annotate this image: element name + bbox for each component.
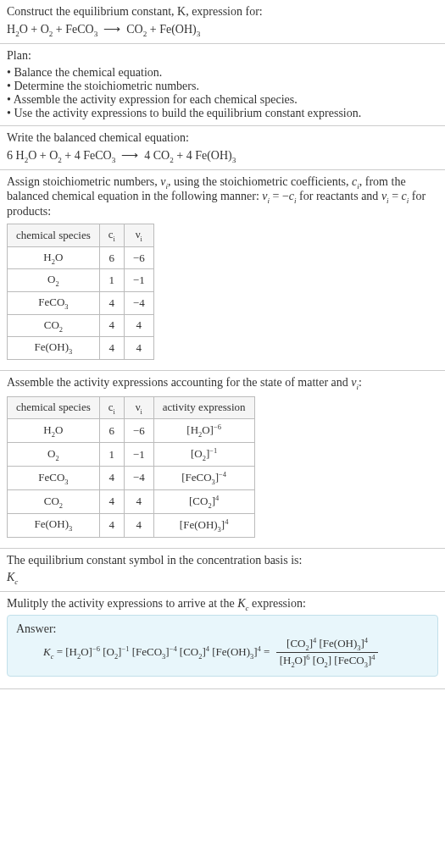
- activity-table: chemical species ci νi activity expressi…: [7, 396, 255, 538]
- col-species: chemical species: [8, 396, 100, 419]
- answer-lhs: Kc = [H2O]−6 [O2]−1 [FeCO3]−4 [CO2]4 [Fe…: [43, 645, 270, 658]
- activity-section: Assemble the activity expressions accoun…: [0, 371, 445, 549]
- prompt-text: Construct the equilibrium constant, K, e…: [7, 5, 438, 19]
- prompt-section: Construct the equilibrium constant, K, e…: [0, 0, 445, 44]
- table-row: Fe(OH)344: [8, 337, 154, 360]
- answer-label: Answer:: [16, 622, 429, 636]
- answer-fraction: [CO2]4 [Fe(OH)3]4 [H2O]6 [O2] [FeCO3]4: [276, 636, 379, 669]
- balanced-section: Write the balanced chemical equation: 6 …: [0, 126, 445, 170]
- table-row: Fe(OH)344[Fe(OH)3]4: [8, 513, 255, 537]
- table-row: H2O6−6: [8, 246, 154, 269]
- table-row: CO244: [8, 314, 154, 337]
- plan-item: Use the activity expressions to build th…: [7, 107, 438, 120]
- col-activity: activity expression: [153, 396, 254, 419]
- col-ci: ci: [99, 396, 124, 419]
- balanced-equation: 6 H2O + O2 + 4 FeCO3 ⟶ 4 CO2 + 4 Fe(OH)3: [7, 148, 438, 164]
- col-ci: ci: [99, 224, 124, 247]
- stoich-table: chemical species ci νi H2O6−6 O21−1 FeCO…: [7, 224, 154, 360]
- plan-item: Balance the chemical equation.: [7, 66, 438, 80]
- table-row: FeCO34−4: [8, 291, 154, 314]
- table-row: FeCO34−4[FeCO3]−4: [8, 466, 255, 489]
- col-vi: νi: [124, 224, 153, 247]
- symbol-value: Kc: [7, 571, 438, 586]
- symbol-section: The equilibrium constant symbol in the c…: [0, 549, 445, 592]
- plan-item: Determine the stoichiometric numbers.: [7, 80, 438, 93]
- col-species: chemical species: [8, 224, 100, 247]
- plan-section: Plan: Balance the chemical equation. Det…: [0, 44, 445, 126]
- stoich-text: Assign stoichiometric numbers, νi, using…: [7, 175, 438, 219]
- table-row: O21−1[O2]−1: [8, 443, 255, 467]
- multiply-text: Mulitply the activity expressions to arr…: [7, 597, 438, 612]
- balanced-heading: Write the balanced chemical equation:: [7, 131, 438, 145]
- table-header-row: chemical species ci νi: [8, 224, 154, 247]
- table-row: H2O6−6[H2O]−6: [8, 419, 255, 443]
- table-row: CO244[CO2]4: [8, 489, 255, 513]
- fraction-denominator: [H2O]6 [O2] [FeCO3]4: [276, 653, 379, 669]
- activity-text: Assemble the activity expressions accoun…: [7, 376, 438, 391]
- col-vi: νi: [124, 396, 153, 419]
- plan-item: Assemble the activity expression for eac…: [7, 93, 438, 107]
- plan-list: Balance the chemical equation. Determine…: [7, 66, 438, 120]
- symbol-text: The equilibrium constant symbol in the c…: [7, 554, 438, 567]
- answer-box: Answer: Kc = [H2O]−6 [O2]−1 [FeCO3]−4 [C…: [7, 615, 438, 677]
- table-row: O21−1: [8, 269, 154, 292]
- stoichiometric-section: Assign stoichiometric numbers, νi, using…: [0, 170, 445, 371]
- plan-heading: Plan:: [7, 49, 438, 63]
- prompt-equation: H2O + O2 + FeCO3 ⟶ CO2 + Fe(OH)3: [7, 22, 438, 38]
- fraction-numerator: [CO2]4 [Fe(OH)3]4: [276, 636, 379, 653]
- table-header-row: chemical species ci νi activity expressi…: [8, 396, 255, 419]
- result-section: Mulitply the activity expressions to arr…: [0, 592, 445, 690]
- answer-equation: Kc = [H2O]−6 [O2]−1 [FeCO3]−4 [CO2]4 [Fe…: [43, 636, 381, 669]
